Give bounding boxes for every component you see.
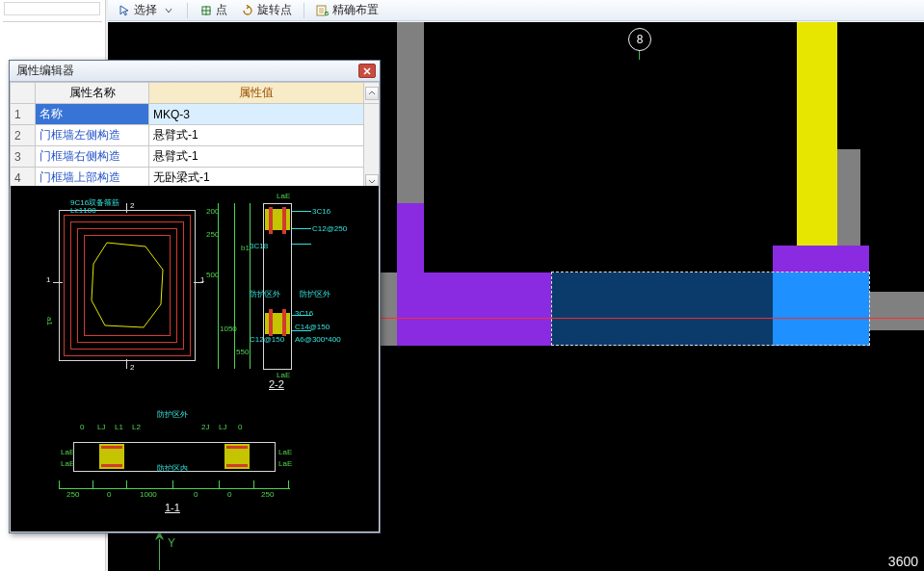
header-value: 属性值	[149, 83, 364, 104]
dimension-label: 0	[194, 490, 198, 499]
dimension-label: L1	[115, 423, 123, 431]
property-value[interactable]: 悬臂式-1	[149, 146, 364, 168]
frame-line	[59, 360, 196, 361]
selection-box	[551, 272, 870, 346]
dim-tick	[126, 480, 127, 488]
rebar-label: A6@300*400	[295, 335, 341, 344]
axis-marker: 8	[628, 28, 651, 51]
dimension-label: LaE	[61, 459, 74, 468]
chevron-up-icon	[368, 90, 376, 97]
rebar-line	[64, 215, 191, 216]
left-panel-divider	[3, 21, 102, 22]
rebar-bar	[282, 207, 286, 234]
rebar-line	[70, 221, 71, 350]
row-number: 3	[11, 146, 36, 168]
frame-line	[59, 210, 60, 361]
scrollbar-track[interactable]	[364, 104, 380, 189]
property-name[interactable]: 门框墙左侧构造	[36, 125, 149, 146]
dimension-label: LaE	[278, 448, 292, 456]
void	[424, 203, 484, 273]
dimension-label: 0	[107, 490, 111, 499]
dimension-label: LJ	[219, 423, 226, 431]
rebar-bar	[101, 464, 122, 467]
rotate-point-button[interactable]: 旋转点	[237, 1, 296, 19]
rebar-line	[84, 235, 171, 236]
dimension-label: 250	[261, 490, 274, 499]
dim-tick	[172, 480, 173, 488]
frame-line	[263, 369, 292, 370]
rebar-bar	[226, 464, 248, 467]
rebar-line	[77, 228, 78, 343]
property-value[interactable]: 悬臂式-1	[149, 125, 364, 146]
dim-line	[218, 203, 219, 369]
rebar-line	[70, 221, 184, 222]
property-table-header: 属性名称 属性值	[11, 83, 380, 104]
cursor-icon	[118, 4, 131, 17]
point-tool-label: 点	[216, 2, 227, 18]
property-name[interactable]: 名称	[36, 104, 149, 125]
rebar-line	[183, 221, 184, 350]
rebar-label: 3C18	[250, 242, 268, 250]
rebar-line	[84, 335, 171, 336]
header-rownum	[11, 83, 36, 104]
frame-line	[195, 210, 196, 361]
rebar-line	[176, 228, 177, 343]
scrollbar-track[interactable]	[364, 83, 380, 104]
rebar-label: 3C16	[295, 309, 313, 318]
point-tool-button[interactable]: 点	[196, 1, 231, 19]
rebar-bar	[269, 309, 273, 336]
dimension-label: 1000	[140, 490, 157, 499]
component-purple	[484, 273, 551, 346]
rebar-line	[77, 228, 177, 229]
rebar-line	[70, 349, 184, 350]
dim-tick	[219, 480, 220, 488]
dimension-label: 0	[80, 423, 84, 431]
property-table[interactable]: 属性名称 属性值 1 名称 MKQ-3 2 门框墙左侧构造 悬臂式-1	[10, 82, 380, 189]
dimension-label: 3600	[888, 554, 918, 569]
svg-marker-5	[92, 243, 163, 327]
dimension-label: 550	[236, 348, 249, 356]
property-value[interactable]: MKQ-3	[149, 104, 364, 125]
table-row[interactable]: 2 门框墙左侧构造 悬臂式-1	[11, 125, 380, 146]
rebar-label: C12@250	[312, 224, 347, 233]
property-name[interactable]: 门框墙右侧构造	[36, 146, 149, 168]
wall-segment	[869, 292, 924, 330]
leader-line	[292, 211, 311, 212]
precise-place-button[interactable]: 精确布置	[312, 1, 383, 19]
frame-line	[263, 203, 264, 370]
rebar-line	[190, 215, 191, 356]
row-number: 2	[11, 125, 36, 146]
rotate-icon	[241, 4, 254, 17]
section-marker-label: 2	[130, 363, 134, 372]
axis-y-label: Y	[168, 536, 175, 550]
point-icon	[199, 4, 213, 17]
axis-marker-label: 8	[637, 33, 644, 46]
top-toolbar: 选择 点 旋转点 精确布置	[108, 0, 924, 21]
rebar-bar	[226, 446, 248, 449]
dimension-label: L≥1100	[70, 206, 96, 215]
frame-line	[263, 203, 292, 204]
select-tool-button[interactable]: 选择	[114, 1, 179, 19]
dimension-label: 500	[206, 271, 219, 279]
scroll-up-button[interactable]	[365, 87, 379, 100]
dimension-label: LaE	[278, 459, 292, 468]
table-row[interactable]: 1 名称 MKQ-3	[11, 104, 380, 125]
table-row[interactable]: 3 门框墙右侧构造 悬臂式-1	[11, 146, 380, 168]
dim-tick	[253, 480, 254, 488]
property-editor-window[interactable]: 属性编辑器 属性名称 属性值 1 名称 MKQ-3	[9, 60, 381, 533]
dim-tick	[92, 480, 93, 488]
section-marker	[53, 282, 63, 283]
toolbar-separator	[304, 3, 304, 18]
chevron-down-icon	[162, 4, 175, 17]
dim-line	[234, 203, 235, 369]
dimension-label: 250	[206, 230, 219, 239]
close-button[interactable]	[358, 64, 376, 78]
property-editor-titlebar[interactable]: 属性编辑器	[10, 61, 380, 82]
zone-label: 防护区外	[300, 290, 330, 298]
rebar-bar	[282, 309, 286, 336]
section-marker-label: 1	[46, 275, 50, 284]
section-title: 2-2	[269, 378, 284, 390]
frame-line	[73, 442, 276, 443]
frame-line	[275, 442, 276, 472]
rebar-bar	[269, 207, 273, 234]
